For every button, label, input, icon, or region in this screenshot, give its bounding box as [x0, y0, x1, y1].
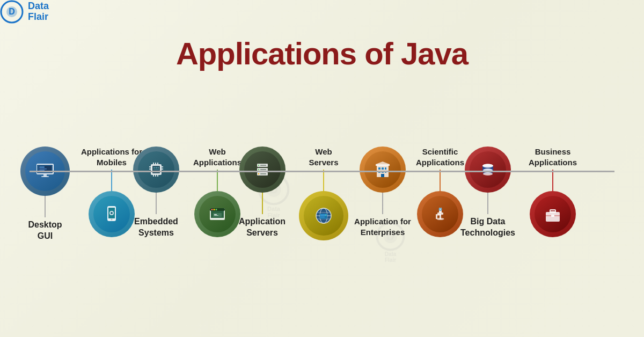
- svg-rect-30: [162, 169, 163, 170]
- logo-text: Data Flair: [28, 1, 49, 23]
- svg-rect-29: [162, 166, 163, 167]
- svg-rect-14: [39, 169, 47, 170]
- node-business: BusinessApplications: [518, 146, 588, 237]
- label-bigdata: Big DataTechnologies: [460, 216, 515, 239]
- node-webservers: WebServers: [294, 146, 353, 240]
- svg-point-57: [258, 173, 259, 174]
- logo-icon: D: [0, 0, 24, 24]
- node-embedded: EmbeddedSystems: [133, 146, 179, 239]
- svg-rect-72: [378, 167, 380, 170]
- node-desktop: DesktopGUI: [20, 146, 70, 242]
- vline-bigdata-bottom: [487, 193, 488, 214]
- vline-business-top: [552, 170, 553, 191]
- svg-rect-38: [153, 167, 155, 169]
- logo-data-label: Data: [28, 1, 49, 12]
- svg-rect-26: [149, 166, 151, 167]
- webservers-icon: [312, 204, 335, 227]
- scientific-icon: [430, 204, 450, 224]
- svg-rect-78: [381, 174, 384, 177]
- node-scientific-circle-outer: [417, 191, 463, 237]
- enterprise-icon: [373, 160, 392, 179]
- svg-rect-35: [153, 175, 154, 177]
- vline-mobile-top: [111, 170, 112, 191]
- svg-rect-88: [436, 215, 437, 219]
- vline-webapps-top: [217, 170, 218, 191]
- svg-rect-69: [320, 217, 325, 218]
- svg-rect-34: [157, 163, 158, 164]
- node-business-circle-outer: [530, 191, 576, 237]
- vline-appservers-bottom: [262, 193, 263, 214]
- svg-marker-80: [376, 162, 390, 164]
- node-webapps-circle-inner: [199, 196, 236, 232]
- svg-text:D: D: [9, 7, 15, 16]
- svg-rect-32: [153, 163, 154, 164]
- svg-rect-49: [213, 213, 222, 217]
- svg-point-70: [325, 215, 326, 216]
- node-embedded-circle-inner: [138, 151, 174, 188]
- svg-rect-33: [155, 163, 156, 164]
- svg-rect-79: [376, 164, 390, 166]
- vline-desktop-bottom: [45, 196, 46, 217]
- svg-point-46: [211, 209, 213, 210]
- node-scientific-circle-inner: [422, 196, 458, 232]
- svg-rect-27: [149, 169, 151, 170]
- node-mobile-circle-outer: [89, 191, 135, 237]
- svg-rect-102: [551, 211, 555, 212]
- node-bigdata: Big DataTechnologies: [460, 146, 515, 239]
- node-webapps-circle-outer: [194, 191, 240, 237]
- node-embedded-circle-outer: [133, 146, 179, 193]
- node-webservers-circle-outer: [299, 191, 348, 240]
- bigdata-icon: [478, 160, 497, 179]
- node-business-circle-inner: [535, 196, 571, 232]
- svg-rect-50: [214, 214, 217, 215]
- node-mobile-circle-inner: [93, 196, 130, 232]
- svg-rect-51: [214, 215, 218, 216]
- vline-webservers-top: [323, 170, 324, 191]
- label-embedded: EmbeddedSystems: [134, 216, 178, 239]
- svg-point-86: [440, 209, 441, 210]
- vline-scientific-top: [440, 170, 441, 191]
- svg-rect-36: [155, 175, 156, 177]
- node-bigdata-circle-inner: [470, 151, 506, 188]
- svg-point-56: [258, 169, 259, 170]
- node-bigdata-circle-outer: [465, 146, 511, 193]
- embedded-icon: [147, 160, 166, 179]
- appservers-icon: [253, 160, 272, 179]
- logo-flair-label: Flair: [28, 12, 49, 23]
- svg-point-22: [111, 212, 113, 214]
- vline-embedded-bottom: [156, 193, 157, 214]
- svg-rect-60: [260, 173, 266, 174]
- svg-rect-73: [382, 167, 384, 170]
- svg-rect-37: [157, 175, 158, 177]
- svg-point-47: [214, 209, 215, 210]
- svg-point-84: [437, 218, 444, 220]
- page-title: Applications of Java: [0, 24, 644, 77]
- svg-rect-13: [39, 166, 45, 168]
- webapps-icon: [208, 204, 227, 224]
- svg-rect-58: [260, 165, 266, 166]
- node-enterprise-circle-outer: [360, 146, 406, 193]
- svg-point-96: [483, 172, 493, 175]
- svg-point-23: [111, 219, 113, 221]
- node-appservers-circle-inner: [244, 151, 281, 188]
- svg-rect-74: [385, 167, 386, 170]
- label-appservers: ApplicationServers: [239, 216, 286, 239]
- svg-rect-59: [260, 169, 266, 170]
- svg-rect-101: [551, 215, 554, 217]
- logo: D Data Flair: [0, 0, 644, 24]
- svg-rect-40: [158, 167, 159, 169]
- node-webservers-circle-inner: [304, 196, 343, 236]
- svg-point-48: [216, 209, 217, 210]
- mobile-icon: [102, 204, 121, 224]
- diagram: D Data Flair D Data Flair: [0, 77, 644, 307]
- svg-point-55: [258, 165, 259, 166]
- node-enterprise-circle-inner: [364, 151, 401, 188]
- label-webservers: WebServers: [294, 146, 353, 167]
- svg-point-93: [482, 164, 493, 168]
- business-icon: [543, 204, 562, 224]
- svg-rect-39: [156, 167, 157, 169]
- node-appservers: ApplicationServers: [239, 146, 286, 239]
- svg-rect-17: [41, 176, 49, 177]
- vline-enterprise-bottom: [382, 193, 383, 214]
- label-desktop: DesktopGUI: [28, 219, 62, 242]
